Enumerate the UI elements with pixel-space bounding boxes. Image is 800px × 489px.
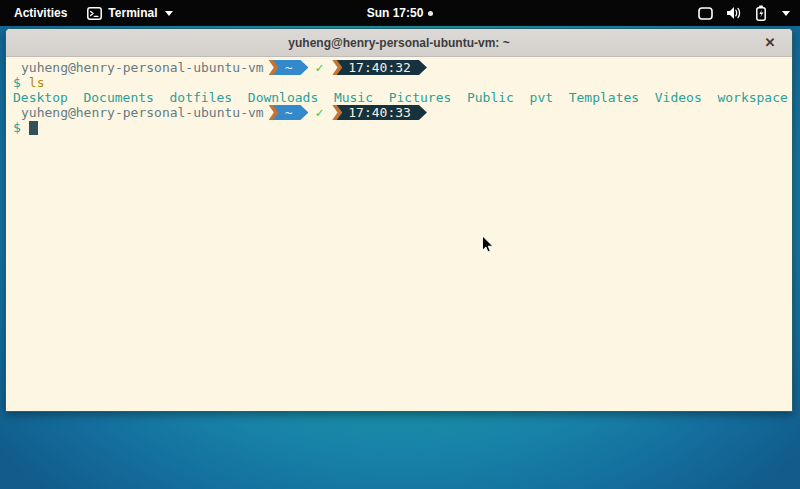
ls-output-line: Desktop Documents dotfiles Downloads Mus… bbox=[13, 90, 792, 105]
prompt-time-segment: 17:40:32 bbox=[334, 60, 427, 75]
close-button[interactable]: ✕ bbox=[761, 34, 779, 52]
window-titlebar[interactable]: yuheng@henry-personal-ubuntu-vm: ~ ✕ bbox=[6, 29, 792, 57]
prompt-symbol: $ bbox=[13, 75, 21, 90]
system-status-area[interactable] bbox=[698, 0, 790, 26]
prompt-status-check-icon: ✓ bbox=[315, 60, 323, 75]
typed-command: ls bbox=[29, 75, 45, 90]
terminal-window: yuheng@henry-personal-ubuntu-vm: ~ ✕ yuh… bbox=[5, 28, 793, 412]
screen-icon bbox=[698, 7, 713, 20]
command-line: $ ls bbox=[13, 75, 792, 90]
gnome-top-bar: Activities Terminal Sun 17:50 bbox=[0, 0, 800, 26]
clock-button[interactable]: Sun 17:50 bbox=[367, 6, 434, 20]
clock-label: Sun 17:50 bbox=[367, 6, 424, 20]
chevron-down-icon bbox=[165, 11, 173, 16]
app-menu-label: Terminal bbox=[108, 6, 157, 20]
app-menu-terminal[interactable]: Terminal bbox=[87, 6, 173, 20]
prompt-user-host: yuheng@henry-personal-ubuntu-vm bbox=[21, 60, 264, 75]
battery-charging-icon bbox=[755, 5, 767, 21]
prompt-status-check-icon: ✓ bbox=[315, 105, 323, 120]
prompt-line: yuheng@henry-personal-ubuntu-vm ~ ✓ 17:4… bbox=[13, 105, 792, 120]
input-line: $ bbox=[13, 120, 792, 135]
volume-icon bbox=[726, 6, 742, 20]
activities-button[interactable]: Activities bbox=[10, 4, 71, 22]
top-bar-left: Activities Terminal bbox=[10, 4, 173, 22]
terminal-cursor bbox=[29, 121, 38, 135]
prompt-line: yuheng@henry-personal-ubuntu-vm ~ ✓ 17:4… bbox=[13, 60, 792, 75]
chevron-down-icon bbox=[782, 11, 790, 16]
desktop-background[interactable]: yuheng@henry-personal-ubuntu-vm: ~ ✕ yuh… bbox=[0, 26, 800, 489]
window-title: yuheng@henry-personal-ubuntu-vm: ~ bbox=[288, 36, 509, 50]
prompt-user-host: yuheng@henry-personal-ubuntu-vm bbox=[21, 105, 264, 120]
prompt-time-segment: 17:40:33 bbox=[334, 105, 427, 120]
prompt-symbol: $ bbox=[13, 120, 21, 135]
notification-dot-icon bbox=[428, 11, 433, 16]
terminal-screen[interactable]: yuheng@henry-personal-ubuntu-vm ~ ✓ 17:4… bbox=[6, 57, 792, 411]
terminal-app-icon bbox=[87, 7, 102, 20]
